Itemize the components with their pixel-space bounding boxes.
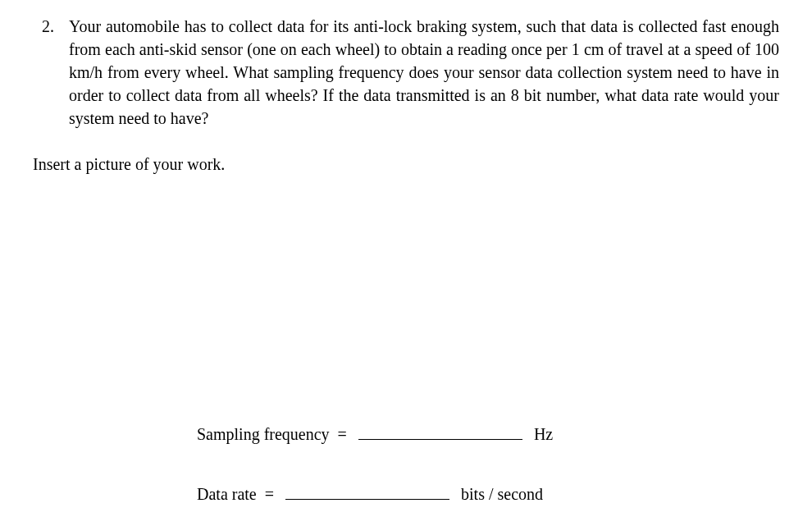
question-text: Your automobile has to collect data for … (69, 15, 779, 130)
sampling-frequency-unit: Hz (526, 423, 553, 446)
sampling-frequency-row: Sampling frequency = Hz (197, 422, 779, 446)
sampling-frequency-blank[interactable] (358, 422, 522, 440)
question-number: 2. (33, 15, 69, 38)
data-rate-blank[interactable] (285, 482, 449, 500)
data-rate-row: Data rate = bits / second (197, 482, 779, 505)
question-block: 2. Your automobile has to collect data f… (33, 15, 779, 130)
data-rate-label: Data rate = (197, 483, 282, 505)
data-rate-unit: bits / second (453, 483, 543, 505)
sampling-frequency-label: Sampling frequency = (197, 423, 355, 446)
instruction-text: Insert a picture of your work. (33, 153, 779, 176)
answer-section: Sampling frequency = Hz Data rate = bits… (197, 422, 779, 505)
